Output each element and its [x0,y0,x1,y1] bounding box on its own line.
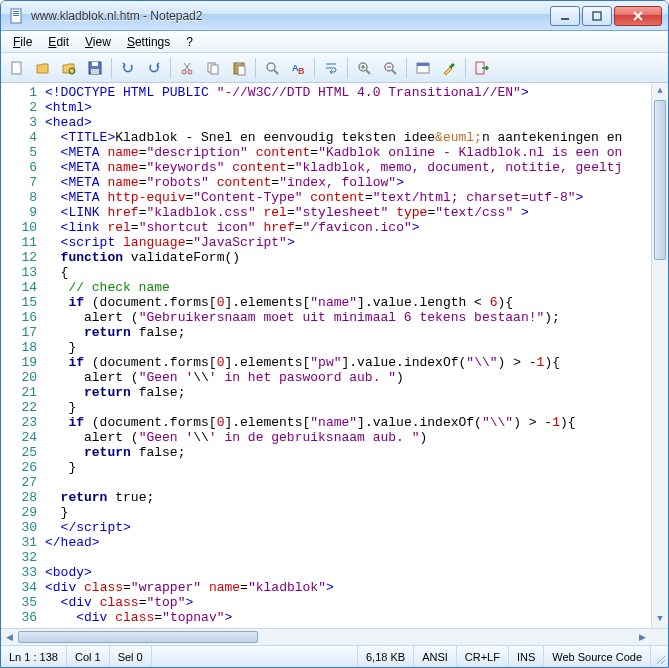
toolbar-separator [465,58,466,78]
scroll-right-icon[interactable]: ▶ [634,629,651,645]
code-line[interactable]: <script language="JavaScript"> [45,235,668,250]
titlebar[interactable]: www.kladblok.nl.htm - Notepad2 [1,1,668,31]
line-number: 34 [1,580,37,595]
code-line[interactable]: { [45,265,668,280]
wordwrap-button[interactable] [319,56,343,80]
zoomin-button[interactable] [352,56,376,80]
menu-settings[interactable]: Settings [119,33,178,51]
horizontal-scrollbar[interactable]: ◀ ▶ [1,628,668,645]
svg-rect-4 [561,18,569,20]
maximize-button[interactable] [582,6,612,26]
line-number: 26 [1,460,37,475]
toolbar-separator [314,58,315,78]
customize-button[interactable] [437,56,461,80]
code-line[interactable]: <div class="wrapper" name="kladblok"> [45,580,668,595]
line-number: 32 [1,550,37,565]
code-line[interactable]: <TITLE>Kladblok - Snel en eenvoudig teks… [45,130,668,145]
status-ovr: INS [509,646,544,667]
new-button[interactable] [5,56,29,80]
line-gutter: 1234567891011121314151617181920212223242… [1,83,43,628]
code-line[interactable]: <META name="keywords" content="kladblok,… [45,160,668,175]
menu-edit[interactable]: Edit [40,33,77,51]
code-line[interactable]: </head> [45,535,668,550]
code-line[interactable]: if (document.forms[0].elements["name"].v… [45,415,668,430]
code-line[interactable]: </script> [45,520,668,535]
undo-button[interactable] [116,56,140,80]
scroll-thumb[interactable] [18,631,258,643]
scroll-up-icon[interactable]: ▲ [652,83,668,100]
code-line[interactable]: if (document.forms[0].elements["name"].v… [45,295,668,310]
toolbar-separator [406,58,407,78]
line-number: 19 [1,355,37,370]
browse-button[interactable] [57,56,81,80]
editor[interactable]: 1234567891011121314151617181920212223242… [1,83,668,628]
cut-button[interactable] [175,56,199,80]
code-line[interactable]: <body> [45,565,668,580]
scroll-down-icon[interactable]: ▼ [652,611,668,628]
line-number: 24 [1,430,37,445]
code-line[interactable]: return false; [45,445,668,460]
line-number: 5 [1,145,37,160]
code-line[interactable]: <META name="robots" content="index, foll… [45,175,668,190]
menu-view[interactable]: View [77,33,119,51]
copy-button[interactable] [201,56,225,80]
scroll-thumb[interactable] [654,100,666,260]
redo-button[interactable] [142,56,166,80]
code-line[interactable]: } [45,460,668,475]
scheme-button[interactable] [411,56,435,80]
code-line[interactable]: return true; [45,490,668,505]
code-line[interactable]: return false; [45,325,668,340]
line-number: 8 [1,190,37,205]
svg-rect-14 [211,65,218,74]
code-line[interactable]: <META name="description" content="Kadblo… [45,145,668,160]
zoomout-button[interactable] [378,56,402,80]
minimize-button[interactable] [550,6,580,26]
line-number: 35 [1,595,37,610]
line-number: 23 [1,415,37,430]
vertical-scrollbar[interactable]: ▲ ▼ [651,83,668,628]
code-line[interactable] [45,475,668,490]
code-line[interactable]: return false; [45,385,668,400]
code-line[interactable]: <html> [45,100,668,115]
line-number: 28 [1,490,37,505]
replace-button[interactable]: AB [286,56,310,80]
code-line[interactable]: <div class="top"> [45,595,668,610]
window: www.kladblok.nl.htm - Notepad2 File Edit… [0,0,669,668]
close-button[interactable] [614,6,662,26]
menu-file[interactable]: File [5,33,40,51]
code-line[interactable]: // check name [45,280,668,295]
paste-button[interactable] [227,56,251,80]
code-line[interactable]: } [45,400,668,415]
code-line[interactable]: <link rel="shortcut icon" href="/favicon… [45,220,668,235]
code-line[interactable]: <head> [45,115,668,130]
menu-help[interactable]: ? [178,33,201,51]
code-line[interactable]: function validateForm() [45,250,668,265]
code-line[interactable]: <!DOCTYPE HTML PUBLIC "-//W3C//DTD HTML … [45,85,668,100]
code-line[interactable]: alert ("Gebruikersnaam moet uit minimaal… [45,310,668,325]
code-line[interactable] [45,550,668,565]
status-spacer [152,646,358,667]
open-button[interactable] [31,56,55,80]
code-line[interactable]: alert ("Geen '\\' in het paswoord aub. "… [45,370,668,385]
save-button[interactable] [83,56,107,80]
code-line[interactable]: if (document.forms[0].elements["pw"].val… [45,355,668,370]
line-number: 36 [1,610,37,625]
code-area[interactable]: <!DOCTYPE HTML PUBLIC "-//W3C//DTD HTML … [43,83,668,628]
svg-rect-9 [92,62,98,66]
scroll-left-icon[interactable]: ◀ [1,629,18,645]
toolbar: AB [1,53,668,83]
line-number: 11 [1,235,37,250]
find-button[interactable] [260,56,284,80]
line-number: 21 [1,385,37,400]
svg-rect-10 [91,69,99,74]
code-line[interactable]: alert ("Geen '\\' in de gebruiksnaam aub… [45,430,668,445]
code-line[interactable]: } [45,505,668,520]
code-line[interactable]: <div class="topnav"> [45,610,668,625]
code-line[interactable]: } [45,340,668,355]
exit-button[interactable] [470,56,494,80]
resize-grip-icon[interactable] [651,646,668,667]
scroll-corner [651,629,668,645]
code-line[interactable]: <LINK href="kladblok.css" rel="styleshee… [45,205,668,220]
line-number: 3 [1,115,37,130]
code-line[interactable]: <META http-equiv="Content-Type" content=… [45,190,668,205]
